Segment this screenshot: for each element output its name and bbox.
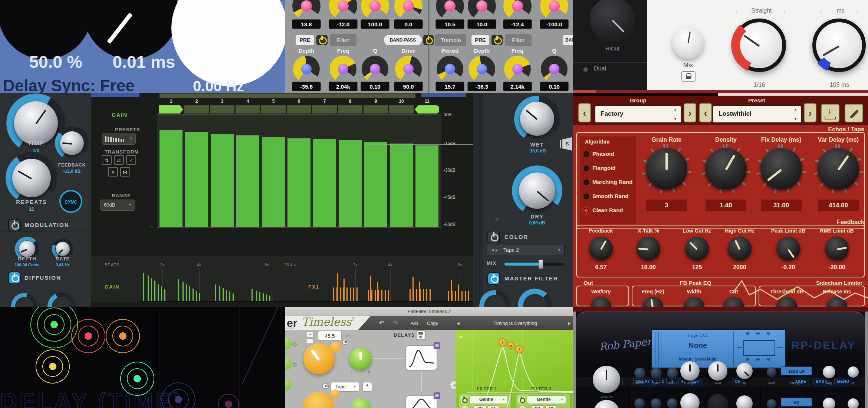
tap-bar[interactable] (262, 137, 285, 227)
fix-delay-knob[interactable] (760, 148, 802, 190)
filter1-type-dropdown[interactable]: HP (474, 405, 486, 408)
preset-next-button[interactable]: › (804, 103, 816, 122)
rack-knob[interactable] (437, 56, 463, 82)
mix-knob[interactable] (672, 27, 704, 59)
q-knob[interactable] (848, 366, 859, 378)
tap-bar[interactable] (390, 144, 413, 227)
mode-selector[interactable]: Straight (743, 7, 780, 14)
rack-knob[interactable] (468, 56, 495, 82)
bandpass-button[interactable]: BAND-PASS (384, 35, 422, 45)
tap-ripple-yellow[interactable] (33, 347, 72, 386)
preset-prev-button[interactable]: ‹ (699, 103, 712, 122)
tap-header[interactable] (261, 105, 286, 113)
filter-feed-knob[interactable] (767, 367, 776, 377)
radio-marching-rand[interactable] (583, 180, 589, 185)
bandpass-button-cut[interactable]: BAN (563, 35, 573, 45)
radio-label[interactable]: Clean Rand (592, 207, 623, 213)
density-knob[interactable] (705, 148, 747, 190)
edge-knob[interactable] (285, 337, 291, 350)
tap-header[interactable] (236, 105, 260, 113)
tab-filter[interactable]: Filter (505, 34, 532, 46)
modulation-power-icon[interactable] (8, 219, 21, 231)
filter1-style-dropdown[interactable]: Gentle ▼ (469, 395, 508, 404)
delays-preset-disk-icon[interactable] (416, 330, 425, 340)
filter-type-display[interactable]: 12dB LP (781, 366, 812, 375)
spinner-down-icon[interactable]: ▼ (674, 117, 677, 121)
spinner-down-icon[interactable]: ▼ (794, 117, 797, 121)
filter1-power-icon[interactable] (461, 396, 467, 403)
delay-time-field[interactable]: 45.5 (318, 331, 342, 340)
radio-label[interactable]: Marching Rand (592, 179, 632, 185)
unit-selector[interactable]: ms (828, 7, 854, 14)
filter1-freq-knob[interactable] (462, 405, 468, 408)
group-next-button[interactable]: › (684, 103, 696, 122)
edge-knob[interactable] (285, 357, 291, 371)
filter2-freq-knob[interactable] (519, 405, 526, 408)
level-knob[interactable] (848, 398, 859, 408)
filter-curve-display-2[interactable] (405, 395, 437, 408)
pre-button[interactable]: PRE (471, 35, 489, 45)
color-power-icon[interactable] (487, 231, 500, 243)
power-icon[interactable] (423, 35, 434, 45)
group-dropdown[interactable]: Factory ▲ ▼ (595, 105, 681, 123)
wet-knob[interactable] (520, 102, 554, 136)
edge-knob[interactable] (285, 378, 291, 391)
mid-badge[interactable]: M (434, 342, 440, 349)
transform-updown-icon[interactable]: ⇅ (102, 155, 112, 165)
group-prev-button[interactable]: ‹ (578, 103, 591, 122)
next-icon[interactable]: › (857, 8, 858, 14)
tap-header[interactable] (338, 105, 362, 113)
prevnext-icon[interactable]: ◄► (491, 248, 499, 252)
distort-knob[interactable] (767, 399, 776, 408)
tap-header[interactable] (312, 105, 337, 113)
tap-bar[interactable] (339, 140, 362, 227)
pre-button[interactable]: PRE (296, 35, 314, 45)
filter2-slope-dropdown[interactable]: 12 (545, 405, 556, 408)
rack-knob[interactable] (293, 56, 320, 82)
spinner-up-icon[interactable]: ▲ (674, 108, 677, 111)
ab-toggle[interactable]: A/B (411, 320, 418, 326)
transform-hourglass-icon[interactable]: X (108, 167, 118, 177)
tap-bar[interactable] (160, 130, 183, 227)
preset-dropdown[interactable]: Lostwithiel ▲ ▼ (713, 105, 802, 123)
feed-knob[interactable] (708, 361, 727, 381)
filter2-style-dropdown[interactable]: Gentle ▼ (527, 395, 566, 404)
tap-handle-inf[interactable]: ∞ (507, 342, 514, 349)
copy-button[interactable]: Copy (427, 320, 438, 326)
feedback-knob[interactable] (60, 131, 84, 155)
feedback-knob[interactable] (589, 237, 613, 260)
tap-bar[interactable] (415, 145, 438, 227)
transform-skew-icon[interactable]: < (126, 155, 136, 165)
drive-knob[interactable] (823, 398, 835, 408)
tap-bar[interactable] (313, 139, 336, 227)
l-length-knob[interactable] (680, 361, 700, 381)
rack-knob[interactable] (395, 56, 422, 82)
tap-ripple-magenta[interactable] (217, 392, 240, 408)
time-knob[interactable] (83, 0, 178, 59)
lcd-model-value[interactable]: Modul : Serial Multi (661, 357, 734, 361)
redo-icon[interactable]: ↷ (393, 319, 398, 327)
collapse-icon[interactable]: « (459, 333, 463, 340)
minus-button[interactable]: − (307, 338, 313, 344)
radio-smooth-rand[interactable] (583, 194, 589, 199)
transform-swap-icon[interactable]: ⇄ (114, 155, 124, 165)
rack-knob[interactable] (541, 56, 568, 82)
delay-time-knob-2[interactable] (303, 392, 335, 408)
rate-knob[interactable] (56, 242, 70, 256)
tab-filter[interactable]: Filter (330, 34, 356, 46)
power-icon[interactable] (316, 35, 328, 45)
xtalk-knob[interactable] (637, 237, 660, 260)
lp-knob[interactable] (736, 363, 753, 379)
volume-knob[interactable] (593, 366, 620, 393)
offset-knob[interactable] (331, 342, 341, 352)
freeze-fan-icon[interactable]: * (362, 382, 372, 392)
mix-slider-track[interactable] (504, 263, 564, 266)
feedback-knob-2[interactable] (350, 398, 371, 408)
radio-phasoid[interactable] (583, 151, 589, 157)
lock-icon[interactable] (342, 340, 348, 345)
feedback-knob[interactable] (349, 348, 372, 370)
radio-clean-rand-selected[interactable] (583, 208, 589, 213)
filter1-slope-dropdown[interactable]: 24 (488, 405, 499, 408)
solo-badge[interactable]: S (562, 137, 572, 151)
tap-bar[interactable] (185, 132, 208, 227)
